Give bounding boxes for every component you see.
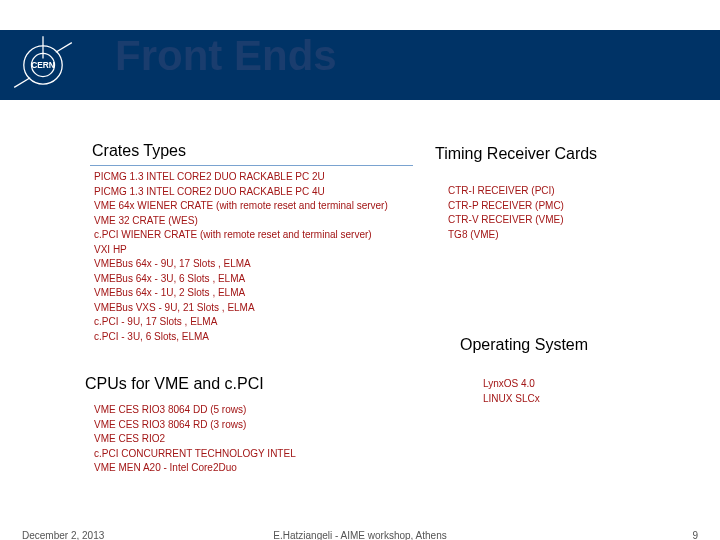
list-item: VMEBus VXS - 9U, 21 Slots , ELMA (94, 301, 434, 316)
svg-text:CERN: CERN (31, 60, 55, 70)
heading-cpus: CPUs for VME and c.PCI (85, 375, 264, 393)
cern-logo: CERN (0, 30, 85, 100)
svg-line-4 (14, 78, 30, 88)
list-item: PICMG 1.3 INTEL CORE2 DUO RACKABLE PC 4U (94, 185, 434, 200)
heading-timing: Timing Receiver Cards (435, 145, 597, 163)
list-item: VME MEN A20 - Intel Core2Duo (94, 461, 296, 476)
list-item: VME CES RIO3 8064 RD (3 rows) (94, 418, 296, 433)
list-item: c.PCI - 3U, 6 Slots, ELMA (94, 330, 434, 345)
list-item: c.PCI WIENER CRATE (with remote reset an… (94, 228, 434, 243)
os-list: LynxOS 4.0LINUX SLCx (483, 377, 540, 406)
list-item: TG8 (VME) (448, 228, 564, 243)
list-item: LynxOS 4.0 (483, 377, 540, 392)
list-item: CTR-P RECEIVER (PMC) (448, 199, 564, 214)
list-item: CTR-I RECEIVER (PCI) (448, 184, 564, 199)
list-item: VME 64x WIENER CRATE (with remote reset … (94, 199, 434, 214)
list-item: PICMG 1.3 INTEL CORE2 DUO RACKABLE PC 2U (94, 170, 434, 185)
heading-crates: Crates Types (92, 142, 186, 160)
list-item: LINUX SLCx (483, 392, 540, 407)
cpus-list: VME CES RIO3 8064 DD (5 rows)VME CES RIO… (94, 403, 296, 476)
list-item: VME CES RIO2 (94, 432, 296, 447)
divider (90, 165, 413, 166)
footer-center: E.Hatziangeli - AIME workshop, Athens (0, 530, 720, 540)
list-item: c.PCI CONCURRENT TECHNOLOGY INTEL (94, 447, 296, 462)
heading-os: Operating System (460, 336, 588, 354)
list-item: VME CES RIO3 8064 DD (5 rows) (94, 403, 296, 418)
list-item: VMEBus 64x - 3U, 6 Slots , ELMA (94, 272, 434, 287)
timing-list: CTR-I RECEIVER (PCI)CTR-P RECEIVER (PMC)… (448, 184, 564, 242)
page-title: Front Ends (115, 32, 337, 80)
list-item: VMEBus 64x - 1U, 2 Slots , ELMA (94, 286, 434, 301)
svg-line-3 (55, 43, 71, 53)
list-item: VMEBus 64x - 9U, 17 Slots , ELMA (94, 257, 434, 272)
crates-list: PICMG 1.3 INTEL CORE2 DUO RACKABLE PC 2U… (94, 170, 434, 344)
list-item: CTR-V RECEIVER (VME) (448, 213, 564, 228)
list-item: VXI HP (94, 243, 434, 258)
header-bar: CERN (0, 30, 720, 100)
list-item: VME 32 CRATE (WES) (94, 214, 434, 229)
list-item: c.PCI - 9U, 17 Slots , ELMA (94, 315, 434, 330)
footer-page: 9 (692, 530, 698, 540)
